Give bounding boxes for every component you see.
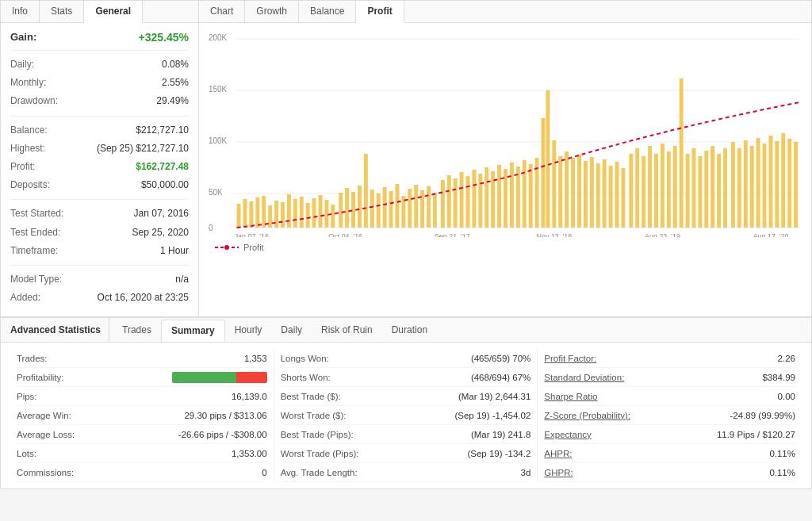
label-lots: Lots: — [17, 449, 36, 458]
label-timeframe: Timeframe: — [10, 243, 58, 259]
tab-stats[interactable]: Stats — [40, 1, 84, 22]
left-panel: Info Stats General Gain: +325.45% Daily:… — [1, 1, 199, 316]
svg-rect-74 — [642, 156, 645, 228]
svg-rect-83 — [698, 156, 702, 228]
svg-rect-24 — [324, 200, 328, 228]
stats-col-3: Profit Factor: 2.26 Standard Deviation: … — [538, 349, 802, 482]
stats-col-2: Longs Won: (465/659) 70% Shorts Won: (46… — [274, 349, 538, 482]
value-expectancy: 11.9 Pips / $120.27 — [717, 430, 795, 439]
tab-info[interactable]: Info — [1, 1, 40, 22]
stat-best-trade-pips: Best Trade (Pips): (Mar 19) 241.8 — [281, 425, 531, 444]
label-profit-factor[interactable]: Profit Factor: — [544, 354, 596, 363]
stats-tab-trades[interactable]: Trades — [113, 320, 161, 340]
row-timeframe: Timeframe: 1 Hour — [10, 243, 189, 259]
label-added: Added: — [10, 290, 40, 305]
stat-lots: Lots: 1,353.00 — [17, 444, 267, 463]
svg-rect-90 — [744, 140, 748, 228]
svg-rect-12 — [249, 201, 253, 228]
svg-rect-58 — [542, 118, 546, 228]
label-ahpr[interactable]: AHPR: — [544, 449, 572, 458]
stats-grid: Trades: 1,353 Profitability: Pips: 16,13… — [10, 349, 802, 482]
label-longs-won: Longs Won: — [281, 354, 329, 363]
label-pips: Pips: — [17, 392, 37, 401]
svg-text:Aug 23, '19: Aug 23, '19 — [645, 232, 680, 237]
svg-rect-94 — [768, 136, 772, 228]
row-profit: Profit: $162,727.48 — [10, 159, 189, 174]
svg-rect-21 — [306, 203, 310, 228]
stats-tab-daily[interactable]: Daily — [271, 320, 312, 340]
label-ghpr[interactable]: GHPR: — [544, 468, 573, 477]
value-avg-loss: -26.66 pips / -$308.00 — [178, 430, 267, 439]
svg-rect-80 — [680, 79, 684, 228]
value-ahpr: 0.11% — [769, 449, 795, 458]
label-balance: Balance: — [10, 123, 48, 138]
svg-rect-89 — [737, 148, 741, 228]
top-section: Info Stats General Gain: +325.45% Daily:… — [1, 1, 811, 317]
stat-std-dev: Standard Deviation: $384.99 — [544, 368, 795, 387]
row-balance: Balance: $212,727.10 — [10, 123, 189, 138]
stats-content: Trades: 1,353 Profitability: Pips: 16,13… — [1, 343, 811, 488]
chart-tab-chart[interactable]: Chart — [199, 1, 245, 22]
chart-tab-profit[interactable]: Profit — [356, 1, 404, 23]
tab-general[interactable]: General — [84, 1, 143, 23]
stat-worst-trade-pips: Worst Trade (Pips): (Sep 19) -134.2 — [281, 444, 531, 463]
svg-rect-20 — [300, 197, 304, 228]
legend-label: Profit — [243, 243, 264, 252]
value-balance: $212,727.10 — [136, 123, 189, 138]
svg-rect-41 — [433, 193, 437, 228]
value-timeframe: 1 Hour — [160, 243, 189, 259]
stats-tab-risk-of-ruin[interactable]: Risk of Ruin — [312, 320, 382, 340]
svg-rect-25 — [331, 205, 335, 228]
label-best-trade-dollar: Best Trade ($): — [281, 392, 341, 401]
value-zscore: -24.89 (99.99%) — [730, 411, 795, 420]
svg-rect-38 — [414, 185, 418, 228]
value-avg-trade-length: 3d — [521, 468, 531, 477]
svg-rect-23 — [319, 195, 323, 228]
stat-sharpe-ratio: Sharpe Ratio 0.00 — [544, 387, 795, 406]
svg-rect-48 — [478, 174, 482, 228]
svg-rect-87 — [723, 148, 727, 228]
label-sharpe-ratio[interactable]: Sharpe Ratio — [544, 392, 597, 401]
svg-rect-79 — [673, 146, 677, 228]
value-pips: 16,139.0 — [232, 392, 267, 401]
value-deposits: $50,000.00 — [141, 178, 189, 193]
svg-rect-37 — [408, 189, 412, 228]
info-content: Gain: +325.45% Daily: 0.08% Monthly: 2.5… — [1, 23, 198, 316]
label-deposits: Deposits: — [10, 178, 50, 193]
svg-rect-29 — [358, 186, 362, 228]
svg-rect-63 — [571, 158, 575, 228]
stats-tab-summary[interactable]: Summary — [161, 320, 225, 342]
row-test-ended: Test Ended: Sep 25, 2020 — [10, 225, 189, 240]
gain-value: +325.45% — [139, 31, 189, 44]
value-best-trade-dollar: (Mar 19) 2,644.31 — [458, 392, 530, 401]
chart-tab-balance[interactable]: Balance — [299, 1, 356, 22]
stats-tab-duration[interactable]: Duration — [382, 320, 437, 340]
label-avg-loss: Average Loss: — [17, 430, 75, 439]
row-added: Added: Oct 16, 2020 at 23:25 — [10, 290, 189, 305]
left-tab-bar: Info Stats General — [1, 1, 198, 23]
chart-tab-growth[interactable]: Growth — [245, 1, 299, 22]
svg-rect-45 — [460, 172, 464, 228]
svg-text:Jan 07, '16: Jan 07, '16 — [235, 232, 269, 237]
gain-label: Gain: — [10, 31, 36, 44]
value-profit-factor: 2.26 — [778, 354, 795, 363]
label-expectancy[interactable]: Expectancy — [544, 430, 591, 439]
stats-tab-hourly[interactable]: Hourly — [225, 320, 272, 340]
svg-rect-95 — [775, 141, 779, 228]
svg-rect-81 — [686, 154, 690, 228]
svg-rect-44 — [454, 178, 458, 228]
value-daily: 0.08% — [162, 57, 189, 72]
svg-rect-49 — [485, 167, 488, 228]
svg-rect-18 — [287, 194, 291, 228]
label-std-dev[interactable]: Standard Deviation: — [544, 373, 624, 382]
value-test-ended: Sep 25, 2020 — [132, 225, 189, 240]
svg-text:150K: 150K — [209, 85, 227, 94]
stat-avg-trade-length: Avg. Trade Length: 3d — [281, 463, 531, 482]
value-shorts-won: (468/694) 67% — [471, 373, 530, 382]
row-deposits: Deposits: $50,000.00 — [10, 178, 189, 193]
svg-rect-28 — [351, 192, 355, 228]
svg-rect-19 — [293, 199, 297, 228]
label-zscore[interactable]: Z-Score (Probability): — [544, 411, 630, 420]
svg-rect-59 — [546, 90, 550, 228]
svg-text:Aug 17, '20: Aug 17, '20 — [753, 232, 789, 237]
